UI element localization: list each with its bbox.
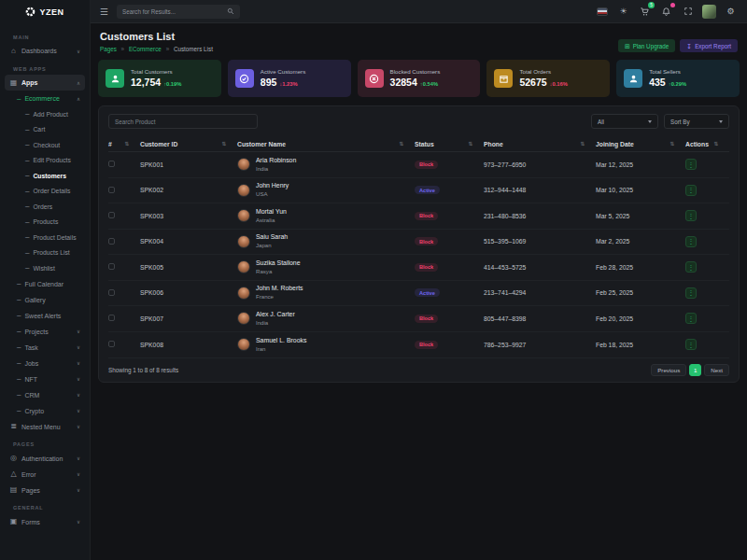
sidebar-item[interactable]: – Add Product [5,106,85,122]
export-report-button[interactable]: ↧ Export Report [680,39,738,52]
check-circle-icon [235,69,254,88]
sidebar-item[interactable]: – Order Details [5,184,85,200]
column-header[interactable]: Phone ⇅ [484,141,596,147]
logo[interactable]: YZEN [0,0,90,23]
sidebar-item[interactable]: ▤ Pages ∨ [5,483,85,498]
row-checkbox[interactable] [108,187,115,193]
row-actions-button[interactable]: ⋮ [685,210,697,221]
cart-icon[interactable]: 5 [638,5,652,19]
plan-upgrade-button[interactable]: ⊞ Plan Upgrade [618,39,675,52]
sidebar-item: MAIN [5,31,85,43]
sort-by-select-value: Sort By [670,119,690,125]
sidebar-item[interactable]: – Customers [5,168,85,184]
customer-name[interactable]: Aria Robinson [256,157,296,165]
customer-name[interactable]: John M. Roberts [256,285,303,293]
sidebar-item[interactable]: – Jobs ∨ [5,356,85,371]
row-checkbox[interactable] [108,315,115,321]
column-header[interactable]: Customer ID ⇅ [140,141,237,147]
row-checkbox[interactable] [108,341,115,347]
pagination-previous[interactable]: Previous [651,364,686,376]
sidebar-item[interactable]: ≣ Nested Menu ∨ [5,419,85,435]
sort-icon[interactable]: ⇅ [399,141,403,147]
sidebar-item[interactable]: ◎ Authentication ∨ [5,451,85,467]
sort-icon[interactable]: ⇅ [580,141,585,147]
customer-name[interactable]: Suzika Stallone [256,259,301,268]
filter-select[interactable]: All [591,114,658,129]
cell-select [108,289,140,297]
customer-name[interactable]: Samuel L. Brooks [256,337,306,345]
sort-icon[interactable]: ⇅ [124,141,129,147]
avatar [237,260,250,273]
sort-icon[interactable]: ⇅ [713,141,718,147]
settings-gear-icon[interactable]: ⚙ [724,5,738,19]
fullscreen-icon[interactable] [681,5,695,19]
sidebar-item[interactable]: – Full Calendar [5,276,85,292]
sidebar-item[interactable]: – Task ∨ [5,340,85,356]
global-search-input[interactable] [122,8,223,15]
language-flag-icon[interactable] [595,5,609,19]
row-actions-button[interactable]: ⋮ [685,287,697,299]
column-header[interactable]: Customer Name ⇅ [237,141,415,147]
row-checkbox[interactable] [108,263,115,270]
sidebar-item[interactable]: – Orders [5,199,85,215]
notifications-bell-icon[interactable] [659,5,673,19]
row-checkbox[interactable] [108,212,115,218]
sidebar-item[interactable]: – Sweet Alerts [5,308,85,324]
sidebar-item[interactable]: – Wishlist [5,260,85,276]
row-actions-button[interactable]: ⋮ [685,185,697,196]
sidebar-item[interactable]: – Cart [5,122,85,138]
column-header[interactable]: Status ⇅ [415,141,484,147]
search-icon[interactable] [227,7,234,15]
pagination-next[interactable]: Next [704,364,729,376]
global-search[interactable] [117,5,240,19]
customers-table-panel: All Sort By # ⇅ Customer ID [98,105,740,383]
sort-icon[interactable]: ⇅ [468,141,472,147]
sidebar-item[interactable]: – Ecommerce ∧ [5,91,85,106]
breadcrumb-pages[interactable]: Pages [100,46,117,52]
sidebar-item[interactable]: – Checkout [5,137,85,153]
search-product-input[interactable] [108,114,258,129]
sort-icon[interactable]: ⇅ [669,141,674,147]
row-checkbox[interactable] [108,289,115,296]
sidebar-item[interactable]: – NFT ∨ [5,371,85,387]
row-actions-button[interactable]: ⋮ [685,261,697,273]
row-actions-button[interactable]: ⋮ [685,236,697,247]
breadcrumb-ecommerce[interactable]: ECommerce [129,46,162,52]
sidebar-item[interactable]: – CRM ∨ [5,387,85,403]
sidebar-item[interactable]: △ Error ∨ [5,467,85,483]
row-checkbox[interactable] [108,238,115,245]
sidebar-item[interactable]: – Gallery [5,292,85,308]
row-checkbox[interactable] [108,161,115,167]
sidebar-item[interactable]: – Edit Products [5,153,85,169]
customer-name[interactable]: Saiu Sarah [256,233,288,242]
main-content: Customers List Pages » ECommerce » Custo… [91,23,747,560]
sidebar-item[interactable]: – Projects ∨ [5,324,85,340]
user-avatar[interactable] [702,5,716,19]
sidebar-item[interactable]: – Products [5,215,85,231]
cell-joining-date: Feb 18, 2025 [596,342,685,348]
sidebar-item[interactable]: – Crypto ∨ [5,403,85,419]
customer-name[interactable]: Alex J. Carter [256,311,295,319]
sidebar-item[interactable]: – Product Details [5,230,85,245]
sidebar-item-icon: – [25,249,29,257]
sort-icon[interactable]: ⇅ [221,141,226,147]
sort-by-select[interactable]: Sort By [664,114,729,129]
column-header[interactable]: Actions ⇅ [685,141,729,147]
column-header[interactable]: Joining Date ⇅ [596,141,685,147]
pagination-page-1[interactable]: 1 [689,364,701,376]
status-badge: Block [415,341,438,349]
row-actions-button[interactable]: ⋮ [685,339,697,350]
sidebar-item[interactable]: – Products List [5,245,85,261]
hamburger-menu-icon[interactable]: ☰ [100,7,108,17]
column-header[interactable]: # ⇅ [108,141,140,147]
theme-toggle-sun-icon[interactable]: ☀ [616,5,630,19]
customer-name[interactable]: Mortal Yun [256,208,287,217]
cell-customer-id: SPK002 [140,187,237,193]
row-actions-button[interactable]: ⋮ [685,313,697,324]
sidebar-item[interactable]: ⌂ Dashboards ∨ [5,43,85,59]
row-actions-button[interactable]: ⋮ [685,159,697,170]
sidebar-item[interactable]: ▣ Forms ∨ [5,514,85,530]
customer-name[interactable]: John Henry [256,182,289,190]
sidebar-item[interactable]: ▦ Apps ∧ [5,75,85,91]
table-row: SPK005 Suzika Stallone Rasya Block 414–4… [108,255,729,281]
